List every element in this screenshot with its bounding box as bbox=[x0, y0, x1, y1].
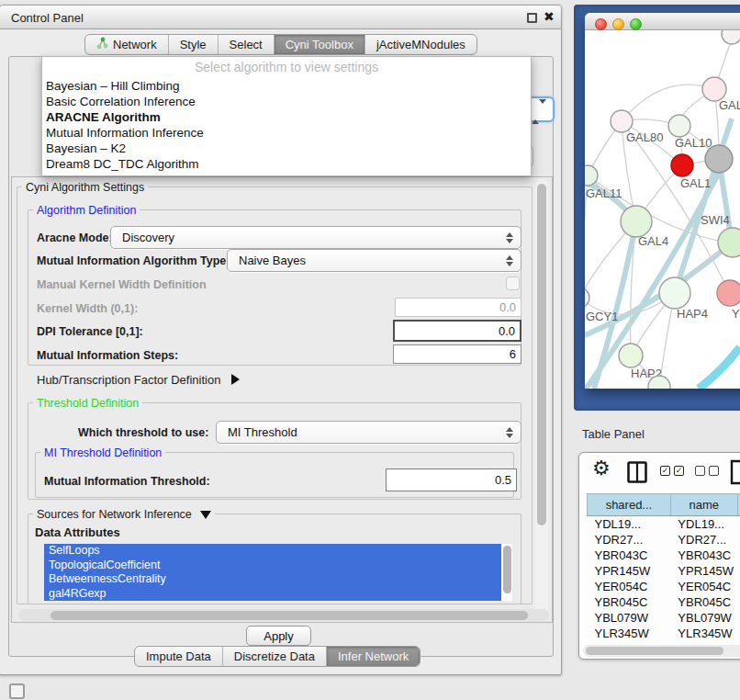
network-node-salmon-node[interactable] bbox=[717, 280, 740, 306]
network-node-node-top-partial[interactable] bbox=[722, 30, 740, 44]
mi-threshold-field[interactable] bbox=[386, 469, 517, 491]
column-header[interactable]: shared... bbox=[588, 494, 671, 516]
table-row[interactable]: YER054CYER054C8. bbox=[588, 579, 740, 594]
algorithm-option[interactable]: Bayesian – K2 bbox=[42, 141, 531, 156]
network-node-HAP4[interactable] bbox=[659, 277, 690, 309]
scrollbar-thumb[interactable] bbox=[586, 647, 723, 655]
tab-label: Select bbox=[230, 38, 263, 51]
algorithm-option[interactable]: Dream8 DC_TDC Algorithm bbox=[42, 156, 531, 172]
tab-impute-data[interactable]: Impute Data bbox=[135, 647, 223, 666]
close-window-icon[interactable]: ✖ bbox=[544, 9, 555, 24]
table-panel-window: ⚙ ✓✓ shared...name YDL19...YDL19...13YDR… bbox=[578, 452, 740, 660]
combo-arrows-icon bbox=[506, 427, 513, 438]
network-edge[interactable] bbox=[622, 85, 714, 121]
settings-vertical-scrollbar[interactable] bbox=[535, 179, 548, 620]
hub-definition-toggle[interactable]: Hub/Transcription Factor Definition bbox=[37, 373, 240, 387]
table-row[interactable]: YBR045CYBR045C9. bbox=[588, 594, 740, 610]
table-row[interactable]: YPR145WYPR145W9. bbox=[588, 563, 740, 579]
table-cell: YBR043C bbox=[670, 548, 737, 563]
tab-label: Cyni Toolbox bbox=[286, 38, 353, 51]
tab-label: Discretize Data bbox=[234, 649, 315, 663]
table-horizontal-scrollbar[interactable] bbox=[583, 645, 740, 657]
split-columns-icon[interactable] bbox=[627, 461, 647, 483]
table-cell: YDR27... bbox=[588, 532, 671, 548]
mac-close-icon[interactable] bbox=[595, 18, 607, 30]
cyni-algorithm-settings-title: Cyni Algorithm Settings bbox=[22, 181, 148, 194]
network-graph[interactable]: GALGAL80GAL10GAL1GAL11GAL4SWI4GCY1HAP4YH… bbox=[585, 30, 740, 389]
threshold-definition-title: Threshold Definition bbox=[33, 397, 142, 410]
table-cell: YLR345W bbox=[670, 626, 737, 641]
network-node-GAL1[interactable] bbox=[671, 154, 693, 176]
float-window-icon[interactable] bbox=[527, 13, 537, 23]
table-row[interactable]: YLR345WYLR345W9. bbox=[588, 626, 740, 641]
deselect-all-columns-icon[interactable] bbox=[695, 466, 719, 476]
tab-style[interactable]: Style bbox=[169, 35, 219, 54]
settings-horizontal-scrollbar[interactable] bbox=[18, 609, 549, 621]
which-threshold-select[interactable]: MI Threshold bbox=[216, 421, 521, 444]
select-all-columns-icon[interactable]: ✓✓ bbox=[660, 466, 684, 476]
table-cell: YER054C bbox=[588, 579, 671, 594]
sources-group-toggle[interactable]: Sources for Network Inference bbox=[33, 508, 215, 521]
attribute-list-item[interactable]: gal4RGexp bbox=[44, 587, 501, 602]
aracne-mode-select[interactable]: Discovery bbox=[110, 226, 521, 249]
algorithm-option[interactable]: ARACNE Algorithm bbox=[42, 109, 531, 125]
network-node-GAL80[interactable] bbox=[611, 110, 633, 132]
tab-discretize-data[interactable]: Discretize Data bbox=[223, 647, 327, 666]
node-attribute-table[interactable]: shared...name YDL19...YDL19...13YDR27...… bbox=[587, 493, 740, 657]
table-row[interactable]: YDL19...YDL19...13 bbox=[588, 516, 740, 532]
scrollbar-thumb[interactable] bbox=[537, 184, 546, 525]
table-cell: YDL19... bbox=[670, 516, 737, 532]
algorithm-option[interactable]: Mutual Information Inference bbox=[42, 125, 531, 141]
scrollbar-thumb[interactable] bbox=[50, 611, 528, 620]
top-tab-bar: NetworkStyleSelectCyni ToolboxjActiveMNo… bbox=[84, 34, 477, 55]
network-node-label: GAL bbox=[719, 98, 740, 112]
mac-zoom-icon[interactable] bbox=[630, 18, 642, 30]
data-attributes-list[interactable]: SelfLoopsTopologicalCoefficientBetweenne… bbox=[44, 544, 501, 601]
network-node-gray-node[interactable] bbox=[705, 145, 733, 173]
document-icon[interactable] bbox=[730, 459, 740, 485]
mi-type-select[interactable]: Naive Bayes bbox=[227, 249, 521, 272]
tab-cyni-toolbox[interactable]: Cyni Toolbox bbox=[275, 35, 365, 54]
tab-network[interactable]: Network bbox=[85, 35, 169, 54]
network-desktop: GALGAL80GAL10GAL1GAL11GAL4SWI4GCY1HAP4YH… bbox=[574, 5, 740, 411]
mi-type-label: Mutual Information Algorithm Type: bbox=[37, 254, 230, 267]
network-node-HAP2[interactable] bbox=[619, 344, 643, 367]
hub-definition-label: Hub/Transcription Factor Definition bbox=[37, 373, 220, 387]
mi-steps-field[interactable] bbox=[393, 344, 521, 364]
table-header-row[interactable]: shared...name bbox=[588, 494, 740, 516]
tab-infer-network[interactable]: Infer Network bbox=[327, 647, 420, 666]
algorithm-option[interactable]: Basic Correlation Inference bbox=[42, 94, 531, 109]
dpi-tolerance-field[interactable] bbox=[393, 320, 521, 342]
table-row[interactable]: YBR043CYBR043C bbox=[588, 548, 740, 563]
expanded-arrow-icon[interactable] bbox=[200, 511, 211, 519]
network-node-label: GAL1 bbox=[680, 176, 711, 190]
attributes-scrollbar[interactable] bbox=[501, 544, 512, 601]
scrollbar-thumb[interactable] bbox=[503, 546, 511, 593]
tab-select[interactable]: Select bbox=[219, 35, 275, 54]
mac-minimize-icon[interactable] bbox=[612, 18, 624, 30]
manual-kernel-checkbox[interactable] bbox=[506, 277, 520, 290]
network-edge-highlight[interactable] bbox=[699, 347, 740, 389]
collapsed-panel-button[interactable] bbox=[9, 683, 25, 699]
table-row[interactable]: YDR27...YDR27...12 bbox=[588, 532, 740, 548]
network-node-GAL10[interactable] bbox=[668, 115, 690, 137]
manual-kernel-label: Manual Kernel Width Definition bbox=[37, 278, 207, 291]
tab-label: jActiveMNodules bbox=[376, 38, 465, 51]
kernel-width-field[interactable] bbox=[395, 298, 521, 317]
algorithm-option[interactable]: Bayesian – Hill Climbing bbox=[42, 78, 531, 94]
control-panel-titlebar[interactable]: Control Panel ✖ bbox=[0, 6, 561, 29]
network-window-titlebar[interactable] bbox=[585, 13, 740, 30]
attribute-list-item[interactable]: SelfLoops bbox=[44, 544, 501, 559]
apply-button[interactable]: Apply bbox=[246, 626, 311, 646]
collapsed-arrow-icon[interactable] bbox=[231, 374, 240, 385]
network-canvas[interactable]: GALGAL80GAL10GAL1GAL11GAL4SWI4GCY1HAP4YH… bbox=[585, 30, 740, 389]
tab-jactivemnodules[interactable]: jActiveMNodules bbox=[365, 35, 477, 54]
network-node-GAL4[interactable] bbox=[621, 206, 652, 237]
attribute-list-item[interactable]: BetweennessCentrality bbox=[44, 572, 501, 587]
table-cell: YER054C bbox=[670, 579, 737, 594]
aracne-mode-label: Aracne Mode: bbox=[37, 231, 113, 244]
gear-icon[interactable]: ⚙ bbox=[592, 457, 611, 480]
table-row[interactable]: YBL079WYBL079W bbox=[588, 610, 740, 626]
column-header[interactable]: name bbox=[670, 494, 737, 516]
attribute-list-item[interactable]: TopologicalCoefficient bbox=[44, 559, 501, 573]
